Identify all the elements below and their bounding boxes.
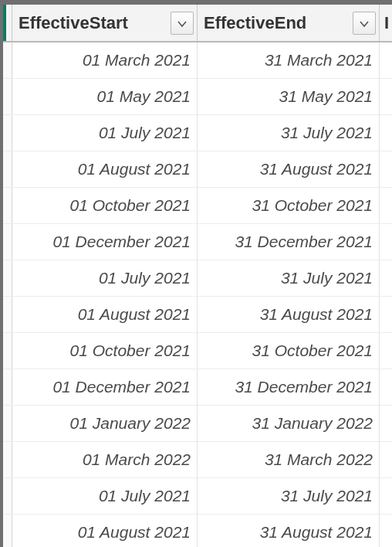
cell-partial[interactable] [380,79,392,114]
cell-effective-end[interactable]: 31 October 2021 [198,333,380,369]
cell-partial[interactable] [380,297,392,332]
cell-effective-start[interactable]: 01 January 2022 [12,406,198,441]
cell-partial[interactable] [380,333,392,369]
cell-partial[interactable] [380,478,392,514]
cell-effective-start[interactable]: 01 August 2021 [12,297,198,332]
cell-partial[interactable] [380,260,392,296]
cell-effective-end[interactable]: 31 July 2021 [198,260,380,296]
row-selector[interactable] [3,442,12,477]
cell-partial[interactable] [380,42,392,78]
table-row[interactable]: 01 March 202131 March 2021 [3,42,392,79]
filter-button-effective-start[interactable] [171,12,194,35]
cell-partial[interactable] [380,369,392,405]
table-row[interactable]: 01 January 202231 January 2022 [3,406,392,442]
table-row[interactable]: 01 August 202131 August 2021 [3,297,392,333]
cell-partial[interactable] [380,406,392,441]
cell-effective-start[interactable]: 01 December 2021 [12,224,198,260]
cell-effective-end[interactable]: 31 August 2021 [198,297,380,332]
cell-effective-end[interactable]: 31 March 2021 [198,42,380,78]
header-row: EffectiveStart EffectiveEnd I [3,5,392,42]
cell-effective-start[interactable]: 01 August 2021 [12,515,198,547]
column-header-label: EffectiveEnd [204,13,353,33]
table-row[interactable]: 01 May 202131 May 2021 [3,79,392,115]
cell-effective-end[interactable]: 31 January 2022 [198,406,380,441]
row-selector[interactable] [3,79,12,114]
cell-effective-start[interactable]: 01 December 2021 [12,369,198,405]
cell-effective-start[interactable]: 01 July 2021 [12,115,198,151]
cell-effective-start[interactable]: 01 July 2021 [12,260,198,296]
row-selector[interactable] [3,115,12,151]
table-row[interactable]: 01 July 202131 July 2021 [3,260,392,297]
cell-effective-start[interactable]: 01 October 2021 [12,333,198,369]
cell-partial[interactable] [380,442,392,477]
cell-effective-end[interactable]: 31 August 2021 [198,515,380,547]
column-header-effective-start[interactable]: EffectiveStart [12,5,198,41]
filter-button-effective-end[interactable] [353,12,376,35]
row-selector[interactable] [3,406,12,441]
row-selector[interactable] [3,478,12,514]
cell-effective-start[interactable]: 01 March 2022 [12,442,198,477]
app-frame: EffectiveStart EffectiveEnd I [0,0,392,547]
table-row[interactable]: 01 March 202231 March 2022 [3,442,392,478]
cell-partial[interactable] [380,224,392,260]
row-selector[interactable] [3,224,12,260]
row-selector[interactable] [3,369,12,405]
table-row[interactable]: 01 August 202131 August 2021 [3,151,392,188]
cell-effective-start[interactable]: 01 March 2021 [12,42,198,78]
column-header-label: EffectiveStart [19,13,171,33]
cell-partial[interactable] [380,188,392,223]
data-grid: EffectiveStart EffectiveEnd I [3,5,392,547]
cell-effective-start[interactable]: 01 August 2021 [12,151,198,187]
chevron-down-icon [177,13,187,33]
column-header-effective-end[interactable]: EffectiveEnd [198,5,380,41]
cell-partial[interactable] [380,115,392,151]
row-selector-header[interactable] [3,5,12,41]
cell-partial[interactable] [380,515,392,547]
cell-partial[interactable] [380,151,392,187]
cell-effective-start[interactable]: 01 July 2021 [12,478,198,514]
row-selector[interactable] [3,42,12,78]
column-header-partial[interactable]: I [380,5,392,41]
cell-effective-end[interactable]: 31 May 2021 [198,79,380,114]
cell-effective-end[interactable]: 31 August 2021 [198,151,380,187]
cell-effective-end[interactable]: 31 December 2021 [198,224,380,260]
row-selector[interactable] [3,151,12,187]
table-row[interactable]: 01 December 202131 December 2021 [3,224,392,260]
cell-effective-end[interactable]: 31 October 2021 [198,188,380,223]
row-selector[interactable] [3,515,12,547]
cell-effective-end[interactable]: 31 July 2021 [198,478,380,514]
row-selector[interactable] [3,333,12,369]
table-row[interactable]: 01 December 202131 December 2021 [3,369,392,406]
table-row[interactable]: 01 October 202131 October 2021 [3,333,392,369]
cell-effective-start[interactable]: 01 October 2021 [12,188,198,223]
table-row[interactable]: 01 August 202131 August 2021 [3,515,392,547]
row-selector[interactable] [3,260,12,296]
table-row[interactable]: 01 July 202131 July 2021 [3,478,392,515]
column-header-label: I [384,13,389,33]
cell-effective-start[interactable]: 01 May 2021 [12,79,198,114]
rows-container: 01 March 202131 March 202101 May 202131 … [3,42,392,547]
table-row[interactable]: 01 July 202131 July 2021 [3,115,392,151]
table-row[interactable]: 01 October 202131 October 2021 [3,188,392,224]
cell-effective-end[interactable]: 31 December 2021 [198,369,380,405]
chevron-down-icon [360,13,369,33]
cell-effective-end[interactable]: 31 March 2022 [198,442,380,477]
row-selector[interactable] [3,297,12,332]
row-selector[interactable] [3,188,12,223]
cell-effective-end[interactable]: 31 July 2021 [198,115,380,151]
